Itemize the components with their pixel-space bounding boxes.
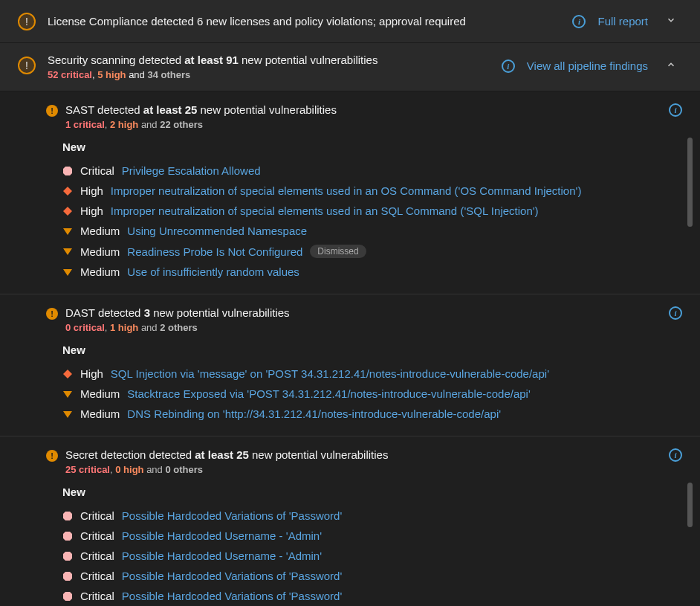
finding-item: CriticalPossible Hardcoded Username - 'A… bbox=[62, 546, 678, 566]
severity-label: Medium bbox=[80, 225, 120, 237]
new-label: New bbox=[62, 141, 678, 153]
severity-icon-high bbox=[62, 186, 73, 196]
finding-link[interactable]: Stacktrace Exposed via 'POST 34.31.212.4… bbox=[127, 387, 530, 400]
warning-icon: ! bbox=[46, 105, 58, 117]
info-icon[interactable]: i bbox=[669, 103, 682, 117]
finding-link[interactable]: Readiness Probe Is Not Configured bbox=[127, 245, 302, 258]
others-count: 0 others bbox=[165, 464, 203, 475]
severity-icon-critical bbox=[62, 166, 73, 176]
severity-label: Medium bbox=[80, 265, 120, 278]
status-badge: Dismissed bbox=[310, 245, 366, 258]
section-title: SAST detected at least 25 new potential … bbox=[65, 103, 669, 130]
svg-marker-9 bbox=[63, 512, 72, 520]
finding-item: HighSQL Injection via 'message' on 'POST… bbox=[62, 364, 678, 384]
others-count: 22 others bbox=[160, 119, 203, 130]
warning-circle-icon: ! bbox=[18, 57, 36, 74]
findings-list: NewCriticalPrivilege Escalation AllowedH… bbox=[62, 141, 678, 282]
chevron-down-icon[interactable] bbox=[660, 12, 682, 30]
finding-item: HighImproper neutralization of special e… bbox=[62, 201, 678, 221]
severity-label: Medium bbox=[80, 407, 120, 420]
info-icon[interactable]: i bbox=[502, 59, 515, 73]
section-sast: !SAST detected at least 25 new potential… bbox=[0, 91, 700, 294]
security-panel-header: ! Security scanning detected at least 91… bbox=[0, 43, 700, 91]
critical-count: 0 critical bbox=[65, 322, 105, 333]
svg-marker-10 bbox=[63, 532, 72, 541]
svg-marker-13 bbox=[63, 592, 72, 601]
severity-label: Medium bbox=[80, 245, 120, 258]
license-title: License Compliance detected 6 new licens… bbox=[48, 15, 572, 28]
finding-link[interactable]: Privilege Escalation Allowed bbox=[122, 164, 261, 177]
severity-label: Critical bbox=[80, 529, 114, 542]
section-secret: !Secret detection detected at least 25 n… bbox=[0, 436, 700, 606]
severity-icon-medium bbox=[62, 246, 73, 257]
severity-icon-medium bbox=[62, 226, 73, 236]
finding-link[interactable]: SQL Injection via 'message' on 'POST 34.… bbox=[111, 367, 549, 380]
finding-link[interactable]: Possible Hardcoded Username - 'Admin' bbox=[122, 549, 322, 562]
finding-link[interactable]: DNS Rebinding on 'http://34.31.212.41/no… bbox=[127, 407, 501, 420]
finding-item: MediumDNS Rebinding on 'http://34.31.212… bbox=[62, 404, 678, 424]
severity-label: Critical bbox=[80, 570, 114, 582]
finding-item: MediumStacktrace Exposed via 'POST 34.31… bbox=[62, 384, 678, 404]
scrollbar[interactable] bbox=[687, 138, 693, 227]
scrollbar[interactable] bbox=[687, 483, 693, 527]
security-critical-count: 52 critical bbox=[48, 69, 92, 80]
finding-link[interactable]: Improper neutralization of special eleme… bbox=[111, 204, 539, 217]
info-icon[interactable]: i bbox=[669, 306, 682, 320]
svg-marker-3 bbox=[63, 228, 72, 235]
severity-icon-critical bbox=[62, 551, 73, 561]
full-report-link[interactable]: Full report bbox=[597, 15, 648, 28]
finding-link[interactable]: Possible Hardcoded Variations of 'Passwo… bbox=[122, 570, 342, 582]
warning-icon: ! bbox=[46, 308, 58, 320]
section-dast: !DAST detected 3 new potential vulnerabi… bbox=[0, 294, 700, 436]
finding-item: MediumReadiness Probe Is Not ConfiguredD… bbox=[62, 241, 678, 262]
info-icon[interactable]: i bbox=[572, 15, 586, 28]
finding-link[interactable]: Possible Hardcoded Variations of 'Passwo… bbox=[122, 590, 342, 602]
finding-link[interactable]: Using Unrecommended Namespace bbox=[127, 225, 307, 237]
finding-item: HighImproper neutralization of special e… bbox=[62, 181, 678, 201]
severity-icon-medium bbox=[62, 267, 73, 277]
new-label: New bbox=[62, 344, 678, 356]
section-header: !DAST detected 3 new potential vulnerabi… bbox=[0, 306, 700, 333]
high-count: 2 high bbox=[110, 119, 138, 130]
severity-icon-critical bbox=[62, 591, 73, 602]
section-title: Secret detection detected at least 25 ne… bbox=[65, 448, 669, 475]
svg-marker-6 bbox=[63, 370, 72, 378]
svg-marker-8 bbox=[63, 411, 72, 418]
findings-list: NewCriticalPossible Hardcoded Variations… bbox=[62, 486, 678, 606]
critical-count: 1 critical bbox=[65, 119, 105, 130]
finding-item: CriticalPossible Hardcoded Variations of… bbox=[62, 506, 678, 526]
view-all-findings-link[interactable]: View all pipeline findings bbox=[527, 59, 648, 72]
chevron-up-icon[interactable] bbox=[660, 57, 682, 75]
security-others-count: 34 others bbox=[147, 69, 190, 80]
severity-icon-critical bbox=[62, 511, 73, 521]
severity-label: Critical bbox=[80, 164, 114, 177]
warning-circle-icon: ! bbox=[18, 13, 36, 30]
severity-icon-medium bbox=[62, 389, 73, 399]
svg-marker-4 bbox=[63, 248, 72, 255]
critical-count: 25 critical bbox=[65, 464, 110, 475]
svg-marker-2 bbox=[63, 207, 72, 216]
finding-item: CriticalPossible Hardcoded Username - 'A… bbox=[62, 526, 678, 546]
finding-item: CriticalPrivilege Escalation Allowed bbox=[62, 161, 678, 181]
finding-link[interactable]: Possible Hardcoded Variations of 'Passwo… bbox=[122, 509, 342, 522]
finding-item: CriticalPossible Hardcoded Variations of… bbox=[62, 566, 678, 586]
svg-marker-0 bbox=[63, 167, 72, 175]
svg-marker-1 bbox=[63, 187, 72, 196]
severity-label: High bbox=[80, 367, 103, 380]
security-high-count: 5 high bbox=[97, 69, 126, 80]
section-header: !Secret detection detected at least 25 n… bbox=[0, 448, 700, 475]
severity-icon-high bbox=[62, 206, 73, 216]
severity-label: Critical bbox=[80, 590, 114, 602]
finding-link[interactable]: Improper neutralization of special eleme… bbox=[111, 184, 582, 197]
finding-link[interactable]: Use of insufficiently random values bbox=[127, 265, 299, 278]
info-icon[interactable]: i bbox=[669, 448, 682, 462]
section-title: DAST detected 3 new potential vulnerabil… bbox=[65, 306, 669, 333]
svg-marker-7 bbox=[63, 391, 72, 398]
security-title-bold: at least 91 bbox=[184, 54, 239, 66]
security-title-block: Security scanning detected at least 91 n… bbox=[48, 54, 502, 80]
finding-link[interactable]: Possible Hardcoded Username - 'Admin' bbox=[122, 529, 322, 542]
severity-icon-critical bbox=[62, 571, 73, 581]
svg-marker-11 bbox=[63, 552, 72, 561]
security-title-suffix: new potential vulnerabilities bbox=[239, 54, 378, 66]
severity-label: High bbox=[80, 184, 103, 197]
